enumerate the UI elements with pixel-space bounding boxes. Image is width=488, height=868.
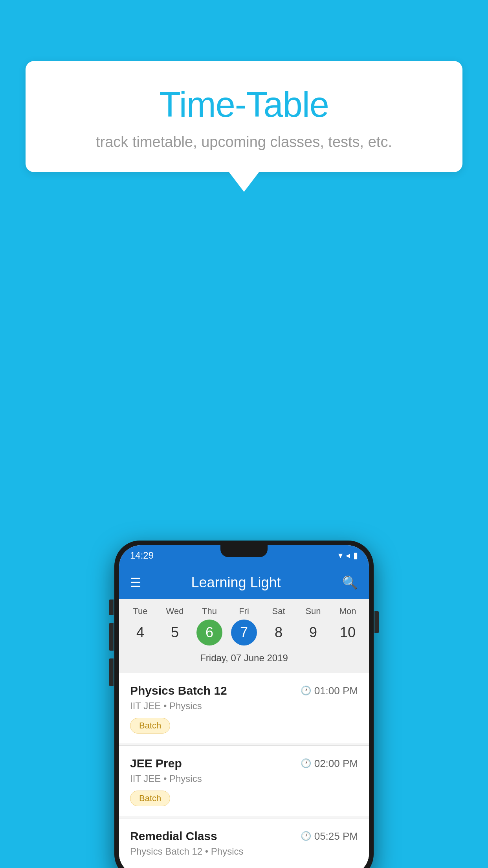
item-title: Physics Batch 12 bbox=[130, 684, 227, 697]
day-number[interactable]: 6 bbox=[196, 620, 222, 645]
day-name: Thu bbox=[202, 606, 217, 616]
wifi-icon: ▾ bbox=[338, 550, 343, 561]
speech-bubble-section: Time-Table track timetable, upcoming cla… bbox=[26, 61, 462, 192]
phone-screen: 14:29 ▾ ◂ ▮ ☰ Learning Light 🔍 Tue4Wed5T… bbox=[119, 545, 369, 868]
schedule-item-header: Remedial Class🕐 05:25 PM bbox=[130, 829, 358, 843]
item-time: 🕐 02:00 PM bbox=[301, 758, 358, 770]
search-icon[interactable]: 🔍 bbox=[342, 575, 358, 590]
item-subtitle: Physics Batch 12 • Physics bbox=[130, 846, 358, 857]
day-number[interactable]: 4 bbox=[127, 620, 153, 645]
speech-bubble: Time-Table track timetable, upcoming cla… bbox=[26, 61, 462, 172]
battery-icon: ▮ bbox=[353, 550, 358, 561]
day-col-7[interactable]: Fri7 bbox=[228, 606, 260, 645]
day-name: Mon bbox=[339, 606, 356, 616]
day-col-4[interactable]: Tue4 bbox=[125, 606, 156, 645]
silent-button bbox=[109, 658, 114, 686]
schedule-item[interactable]: JEE Prep🕐 02:00 PMIIT JEE • PhysicsBatch bbox=[119, 746, 369, 816]
calendar-strip: Tue4Wed5Thu6Fri7Sat8Sun9Mon10 Friday, 07… bbox=[119, 599, 369, 673]
day-number[interactable]: 9 bbox=[300, 620, 326, 645]
batch-badge: Batch bbox=[130, 718, 170, 734]
day-number[interactable]: 5 bbox=[162, 620, 188, 645]
item-title: Remedial Class bbox=[130, 829, 217, 843]
day-col-10[interactable]: Mon10 bbox=[332, 606, 363, 645]
item-time: 🕐 01:00 PM bbox=[301, 685, 358, 697]
phone-notch bbox=[220, 545, 268, 557]
app-bar: ☰ Learning Light 🔍 bbox=[119, 566, 369, 599]
bubble-subtitle: track timetable, upcoming classes, tests… bbox=[45, 134, 443, 151]
clock-icon: 🕐 bbox=[301, 686, 311, 696]
day-number[interactable]: 7 bbox=[231, 620, 257, 645]
day-col-9[interactable]: Sun9 bbox=[297, 606, 329, 645]
volume-down-button bbox=[109, 623, 114, 651]
bubble-title: Time-Table bbox=[45, 85, 443, 125]
schedule-item-header: JEE Prep🕐 02:00 PM bbox=[130, 757, 358, 770]
item-subtitle: IIT JEE • Physics bbox=[130, 701, 358, 712]
batch-badge: Batch bbox=[130, 791, 170, 806]
item-title: JEE Prep bbox=[130, 757, 182, 770]
days-row: Tue4Wed5Thu6Fri7Sat8Sun9Mon10 bbox=[123, 606, 365, 645]
app-title: Learning Light bbox=[153, 574, 319, 591]
schedule-item-header: Physics Batch 12🕐 01:00 PM bbox=[130, 684, 358, 697]
day-col-5[interactable]: Wed5 bbox=[159, 606, 191, 645]
day-name: Sat bbox=[272, 606, 285, 616]
schedule-item[interactable]: Remedial Class🕐 05:25 PMPhysics Batch 12… bbox=[119, 818, 369, 868]
status-icons: ▾ ◂ ▮ bbox=[338, 550, 358, 561]
day-name: Tue bbox=[133, 606, 147, 616]
clock-icon: 🕐 bbox=[301, 831, 311, 841]
power-button bbox=[374, 611, 379, 633]
schedule-item[interactable]: Physics Batch 12🕐 01:00 PMIIT JEE • Phys… bbox=[119, 673, 369, 743]
speech-bubble-tail bbox=[229, 172, 259, 192]
phone-outer: 14:29 ▾ ◂ ▮ ☰ Learning Light 🔍 Tue4Wed5T… bbox=[114, 541, 374, 868]
selected-date: Friday, 07 June 2019 bbox=[123, 649, 365, 669]
phone-mockup: 14:29 ▾ ◂ ▮ ☰ Learning Light 🔍 Tue4Wed5T… bbox=[114, 541, 374, 868]
day-col-6[interactable]: Thu6 bbox=[194, 606, 225, 645]
day-name: Sun bbox=[305, 606, 321, 616]
schedule-list: Physics Batch 12🕐 01:00 PMIIT JEE • Phys… bbox=[119, 673, 369, 868]
day-name: Fri bbox=[239, 606, 249, 616]
day-number[interactable]: 10 bbox=[335, 620, 361, 645]
item-time: 🕐 05:25 PM bbox=[301, 830, 358, 842]
clock-icon: 🕐 bbox=[301, 758, 311, 769]
day-number[interactable]: 8 bbox=[266, 620, 292, 645]
status-time: 14:29 bbox=[130, 550, 154, 561]
hamburger-icon[interactable]: ☰ bbox=[130, 575, 141, 590]
day-col-8[interactable]: Sat8 bbox=[263, 606, 294, 645]
signal-icon: ◂ bbox=[346, 550, 350, 561]
item-subtitle: IIT JEE • Physics bbox=[130, 773, 358, 784]
volume-up-button bbox=[109, 600, 114, 615]
day-name: Wed bbox=[166, 606, 184, 616]
